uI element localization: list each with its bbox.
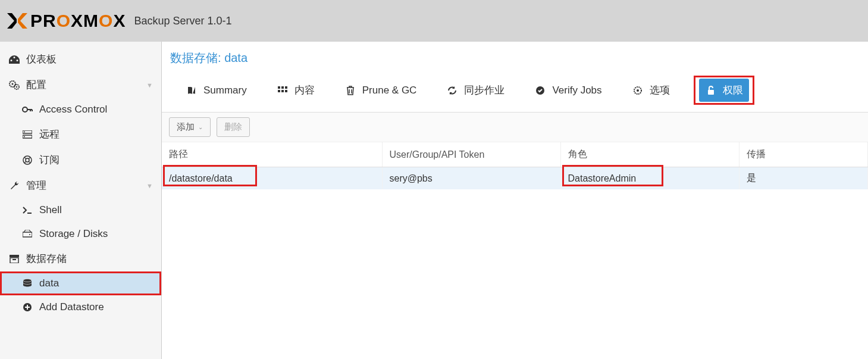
- cell-role: DatastoreAdmin: [568, 173, 637, 183]
- tab-label: Verify Jobs: [552, 85, 601, 96]
- tab-permissions[interactable]: 权限: [699, 79, 749, 102]
- table-row[interactable]: /datastore/data sery@pbs DatastoreAdmin …: [162, 167, 868, 190]
- svg-point-12: [29, 234, 30, 235]
- tab-label: Prune & GC: [362, 85, 417, 96]
- col-propagate[interactable]: 传播: [739, 142, 868, 167]
- tab-label: 同步作业: [464, 83, 504, 97]
- sidebar-item-add-datastore[interactable]: Add Datastore: [0, 295, 161, 319]
- tab-verify[interactable]: Verify Jobs: [528, 80, 607, 101]
- sidebar-label: 远程: [39, 127, 59, 141]
- svg-point-1: [12, 83, 14, 85]
- svg-rect-24: [285, 90, 287, 92]
- button-label: 添加: [177, 121, 195, 133]
- tab-label: 选项: [650, 83, 670, 97]
- sidebar-item-access-control[interactable]: Access Control: [0, 98, 161, 121]
- toolbar: 添加 ⌄ 删除: [162, 113, 868, 142]
- header-subtitle: Backup Server 1.0-1: [134, 15, 231, 27]
- sidebar-label: 订阅: [39, 153, 59, 167]
- svg-rect-28: [708, 90, 714, 95]
- plus-circle-icon: [21, 302, 33, 312]
- col-role[interactable]: 角色: [560, 142, 739, 167]
- tab-label: Summary: [203, 85, 247, 96]
- svg-point-8: [24, 136, 25, 137]
- svg-rect-11: [23, 232, 32, 237]
- svg-point-7: [24, 131, 25, 132]
- sidebar-label: Shell: [39, 204, 62, 216]
- unlock-icon: [705, 86, 717, 95]
- sidebar-item-shell[interactable]: Shell: [0, 198, 161, 222]
- sidebar-item-config[interactable]: 配置 ▼: [0, 72, 161, 98]
- tab-prune[interactable]: Prune & GC: [339, 80, 423, 101]
- sidebar-label: Storage / Disks: [39, 228, 108, 240]
- logo-x-icon: [6, 11, 29, 31]
- button-label: 删除: [224, 121, 242, 133]
- svg-point-3: [16, 86, 17, 87]
- tab-bar: Summary 内容 Prune & GC 同步作业 Verify Jobs 选…: [162, 72, 868, 113]
- gear-icon: [632, 86, 644, 95]
- key-icon: [21, 106, 33, 113]
- sidebar-item-subscription[interactable]: 订阅: [0, 147, 161, 173]
- hdd-icon: [21, 230, 33, 238]
- sidebar-item-datastore[interactable]: 数据存储: [0, 246, 161, 271]
- sidebar-item-storage-disks[interactable]: Storage / Disks: [0, 222, 161, 246]
- tab-label: 内容: [294, 83, 315, 97]
- sidebar-label: 仪表板: [26, 52, 57, 66]
- tab-content[interactable]: 内容: [271, 79, 321, 102]
- database-icon: [21, 279, 33, 288]
- lifebuoy-icon: [21, 155, 33, 165]
- sidebar-item-admin[interactable]: 管理 ▼: [0, 173, 161, 198]
- app-header: PROXMOX Backup Server 1.0-1: [0, 0, 868, 42]
- logo: PROXMOX: [6, 11, 126, 31]
- sidebar-label: 管理: [26, 179, 46, 192]
- col-path[interactable]: 路径: [162, 142, 382, 167]
- chevron-down-icon: ▼: [146, 182, 153, 189]
- sidebar-label: Add Datastore: [39, 301, 104, 313]
- gears-icon: [8, 80, 20, 90]
- check-circle-icon: [534, 86, 546, 95]
- svg-rect-13: [10, 255, 19, 257]
- sidebar-item-data[interactable]: data: [0, 271, 161, 295]
- sidebar-label: data: [39, 277, 59, 289]
- svg-point-27: [637, 89, 639, 92]
- highlight-box: 权限: [694, 76, 754, 105]
- caret-down-icon: ⌄: [198, 124, 203, 130]
- cell-propagate: 是: [747, 173, 756, 183]
- cell-path: /datastore/data: [169, 173, 233, 183]
- remove-button[interactable]: 删除: [217, 117, 250, 137]
- sidebar-label: 数据存储: [26, 252, 67, 266]
- sidebar-item-remote[interactable]: 远程: [0, 121, 161, 147]
- tab-summary[interactable]: Summary: [180, 80, 253, 101]
- page-title: 数据存储: data: [162, 42, 868, 72]
- trash-icon: [344, 86, 356, 95]
- tab-sync[interactable]: 同步作业: [440, 79, 510, 102]
- sidebar: 仪表板 配置 ▼ Access Control 远程 订阅 管理 ▼ Shell: [0, 42, 162, 359]
- permissions-table: 路径 User/Group/API Token 角色 传播 /datastore…: [162, 142, 868, 189]
- terminal-icon: [21, 207, 33, 214]
- content-area: 数据存储: data Summary 内容 Prune & GC 同步作业 Ve…: [162, 42, 868, 359]
- svg-rect-15: [12, 259, 16, 260]
- chevron-down-icon: ▼: [146, 82, 153, 89]
- sidebar-item-dashboard[interactable]: 仪表板: [0, 46, 161, 72]
- svg-rect-23: [281, 90, 284, 92]
- svg-rect-21: [285, 86, 287, 89]
- sidebar-label: 配置: [26, 78, 46, 92]
- server-icon: [21, 130, 33, 139]
- svg-point-4: [23, 107, 27, 112]
- cell-user: sery@pbs: [390, 173, 433, 183]
- col-user[interactable]: User/Group/API Token: [382, 142, 560, 167]
- archive-icon: [8, 255, 20, 263]
- svg-rect-22: [278, 90, 280, 92]
- sidebar-label: Access Control: [39, 104, 107, 115]
- add-button[interactable]: 添加 ⌄: [169, 117, 211, 137]
- grid-icon: [277, 86, 289, 95]
- wrench-icon: [8, 181, 20, 191]
- book-icon: [186, 86, 198, 95]
- svg-rect-14: [10, 258, 18, 263]
- svg-rect-19: [278, 86, 280, 89]
- logo-text: PROXMOX: [30, 11, 126, 31]
- tab-label: 权限: [723, 83, 743, 97]
- dashboard-icon: [8, 55, 20, 64]
- svg-rect-20: [281, 86, 284, 89]
- tab-options[interactable]: 选项: [626, 79, 676, 102]
- refresh-icon: [446, 86, 458, 95]
